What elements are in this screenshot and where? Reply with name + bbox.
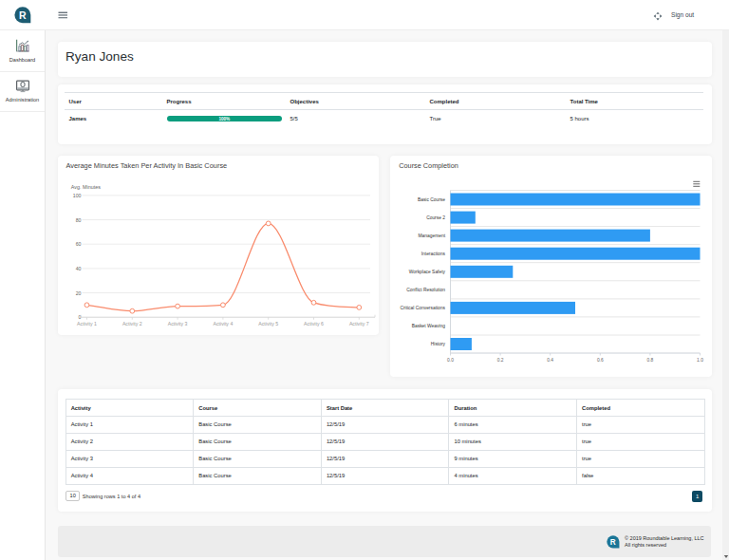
svg-text:Average Minutes Taken Per Acti: Average Minutes Taken Per Activity In Ba…	[65, 161, 227, 170]
svg-text:Activity 3: Activity 3	[168, 320, 188, 326]
svg-text:20: 20	[76, 289, 82, 295]
svg-text:60: 60	[76, 241, 82, 247]
svg-text:Interactions: Interactions	[421, 251, 446, 255]
svg-text:History: History	[431, 342, 446, 346]
svg-text:Course 2: Course 2	[426, 215, 445, 219]
svg-text:Activity 4: Activity 4	[214, 320, 234, 326]
svg-text:40: 40	[76, 265, 82, 271]
svg-text:Activity 5: Activity 5	[258, 320, 278, 326]
svg-text:Workplace Safety: Workplace Safety	[409, 270, 446, 274]
svg-text:Avg. Minutes: Avg. Minutes	[71, 183, 101, 189]
svg-text:Critical Conversations: Critical Conversations	[400, 306, 445, 310]
svg-text:Conflict Resolution: Conflict Resolution	[406, 288, 445, 292]
svg-text:Activity 1: Activity 1	[77, 320, 97, 326]
svg-text:Activity 6: Activity 6	[304, 320, 324, 326]
svg-text:Activity 2: Activity 2	[122, 320, 142, 326]
svg-text:Management: Management	[418, 233, 445, 237]
svg-text:R: R	[18, 9, 26, 20]
svg-text:Course Completion: Course Completion	[399, 161, 458, 170]
svg-text:100: 100	[73, 192, 82, 197]
svg-text:Basket Weaving: Basket Weaving	[412, 324, 446, 328]
svg-text:Activity 7: Activity 7	[349, 320, 369, 326]
svg-text:0.8: 0.8	[646, 357, 653, 362]
svg-text:0.6: 0.6	[597, 357, 604, 362]
svg-text:Basic Course: Basic Course	[418, 196, 445, 201]
svg-text:0.4: 0.4	[547, 357, 553, 362]
svg-text:R: R	[610, 537, 616, 546]
svg-text:0.0: 0.0	[447, 357, 454, 362]
svg-text:1.0: 1.0	[697, 357, 703, 362]
svg-text:80: 80	[76, 216, 82, 222]
svg-text:0.2: 0.2	[497, 357, 504, 362]
